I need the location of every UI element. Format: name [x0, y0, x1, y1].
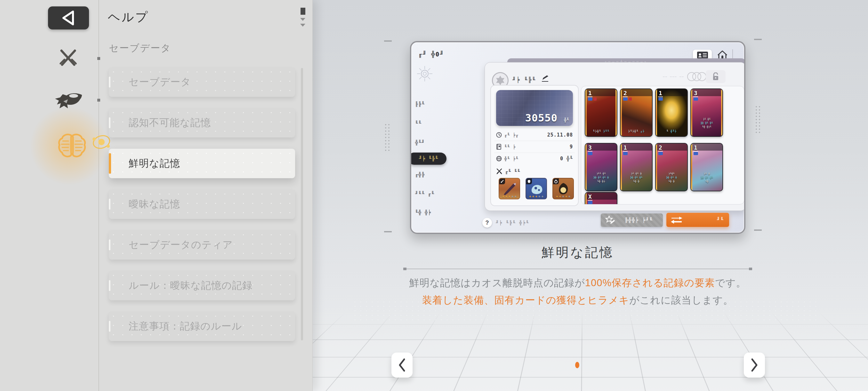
card-chips: [623, 152, 628, 155]
upgrade-stars: +++++: [500, 195, 519, 198]
corner-dash: [384, 40, 392, 42]
ring-icon: [698, 72, 706, 81]
info-label: ╙╙ ╞: [504, 144, 516, 149]
help-menu-item[interactable]: 注意事項：記録のルール: [109, 311, 295, 341]
screenshot-rename-button: ╠╬╬╞ ╞╜╙: [601, 214, 663, 227]
help-menu-list: セーブデータ認知不可能な記憶鮮明な記憶曖昧な記憶セーブデータのティアルール：曖昧…: [109, 67, 295, 352]
page-indicator-dot: [575, 362, 579, 368]
info-row: ╓╙ ╞╓25.11.08: [494, 129, 575, 141]
content-heading: 鮮明な記憶: [410, 244, 745, 261]
profile-box: 30550 ╬╙ ╓╙ ╞╓25.11.08╙╙ ╞9╬╙ ╞╙0 ╬╙ ╓╙ …: [490, 85, 579, 206]
memory-card: 1╞╙ ╬╠╬ ╬╙ ╬╙╙╬: [690, 143, 723, 191]
transfer-arrows-icon: [671, 216, 682, 224]
brain-icon[interactable]: [58, 133, 86, 160]
memory-card: 3╞╙ ╬╙╠╬ ╬╙ ╬╙╙╬ ╬╞╙: [690, 88, 723, 137]
card-edge: [616, 89, 617, 136]
points-unit: ╬╙: [564, 118, 569, 122]
memory-card: 2╞╙╬╙╠╬ ╬╙ ╬╙╬ ╬: [655, 143, 688, 191]
item-label: 注意事項：記録のルール: [109, 311, 295, 341]
card-edge: [656, 89, 657, 136]
item-label: 曖昧な記憶: [109, 189, 295, 219]
globe-icon: [496, 156, 502, 162]
equipment-tile-consumable: +++++: [552, 178, 574, 199]
help-caption: ╜╞ ╙╠╙ ╬╞╙: [496, 220, 529, 225]
help-menu-item[interactable]: 曖昧な記憶: [109, 189, 295, 219]
description-segment: 装着した装備、固有カードの獲得とヒラメキ: [422, 295, 629, 306]
item-label: ルール：曖昧な記憶の記録: [109, 271, 295, 300]
save-data-panel: ╜╞ ╙╠╙ ── ─── ── 30550 ╬╙ ╓╙: [485, 62, 745, 211]
back-button[interactable]: [48, 6, 89, 29]
item-accent-bar: [109, 280, 111, 291]
item-label: 鮮明な記憶: [109, 149, 295, 178]
item-art: [502, 183, 517, 196]
card-count: 1: [588, 90, 592, 97]
card-caption: ╙╞╬╙ ╞╙╙: [585, 130, 617, 133]
question-icon: ?: [482, 218, 492, 227]
item-accent-bar: [109, 240, 111, 250]
upgrade-stars: +++++: [554, 195, 572, 198]
description-line2: 装着した装備、固有カードの獲得とヒラメキがこれに該当します。: [378, 291, 777, 309]
card-text-block: ╞╙ ╬╙╠╬ ╬╙ ╬╙╙╬ ╬╞╙: [691, 118, 722, 129]
help-menu-item[interactable]: セーブデータのティア: [109, 230, 295, 260]
help-menu-item[interactable]: 認知不可能な記憶: [109, 108, 295, 138]
screenshot-nav-item-selected: ╜╞ ╙╠╙: [410, 152, 446, 165]
item-accent-bar: [109, 77, 111, 87]
book-icon: [496, 144, 502, 150]
help-panel: ヘルプ セーブデータ セーブデータ認知不可能な記憶鮮明な記憶曖昧な記憶セーブデー…: [0, 0, 313, 391]
card-chips: [588, 201, 592, 204]
game-screenshot: ╓╜ ╬0╜ ╟╠╙╙╙╬╙╜╜╞ ╙╠╙╓╬╠╜╙╙ ╓╙╙╬ ╬╞: [410, 41, 745, 234]
memory-card: 1╞╙ ╬╙ ╬╠╬ ╬╙ ╬╙╙╬ ╬: [620, 143, 653, 191]
card-text-block: ╞╙╙ ╬╙╠╬ ╬╙ ╬╙ ╬╙╬ ╬╞: [585, 172, 617, 184]
help-menu-item-selected[interactable]: 鮮明な記憶: [109, 149, 295, 178]
card-count: 2: [623, 90, 628, 97]
info-label: ╬╙ ╞╙: [504, 157, 519, 161]
type-chip-icon: [593, 97, 597, 101]
type-chip-icon: [629, 97, 632, 101]
card-caption: ╙ ╬╙╞: [656, 130, 687, 133]
prev-page-button[interactable]: [392, 353, 412, 378]
equipment-tile-armor: +++++: [526, 178, 547, 199]
clock-icon: [496, 132, 502, 138]
info-row: ╬╙ ╞╙0 ╬╙: [494, 153, 575, 164]
edit-pencil-icon: [542, 75, 548, 82]
upgrade-stars: +++++: [527, 195, 546, 198]
next-page-button[interactable]: [744, 353, 765, 378]
cost-chip-icon: [658, 97, 663, 101]
info-value: 25.11.08: [547, 132, 573, 138]
card-edge: [585, 89, 587, 136]
card-count: 3: [693, 90, 698, 97]
item-accent-bar: [109, 117, 111, 128]
card-text-block: ╞╙ ╬╠╬ ╬╙ ╬╙╙╬: [691, 172, 722, 184]
item-accent-bar: [109, 199, 111, 210]
swords-icon: [496, 168, 502, 175]
card-count: 2: [658, 144, 663, 151]
card-caption: ╞╙╞╬╙ ╓╞: [621, 130, 652, 133]
cost-chip-icon: [693, 152, 698, 155]
header-hint-text: ── ─── ──: [663, 75, 684, 79]
card-chips: [588, 97, 597, 101]
cost-chip-icon: [658, 152, 663, 155]
transfer-label: ╜╙: [717, 217, 724, 223]
consumable-badge-icon: [553, 178, 559, 184]
section-label: セーブデータ: [109, 42, 171, 55]
back-triangle-icon: [59, 9, 78, 26]
heading-divider: [404, 269, 751, 269]
help-menu-item[interactable]: ルール：曖昧な記憶の記録: [109, 271, 295, 300]
description-line1: 鮮明な記憶はカオス離脱時点の記録が100%保存される記録の要素です。: [378, 274, 777, 291]
corner-dash: [754, 229, 762, 231]
dot-block: [384, 123, 391, 152]
battle-swords-icon[interactable]: [58, 49, 78, 68]
menu-scrollbar[interactable]: [301, 68, 303, 340]
memory-card: 2╞╙╞╬╙ ╓╞: [620, 88, 653, 137]
card-chips: [588, 152, 592, 155]
card-text-block: ╞╙╬╙╠╬ ╬╙ ╬╙╬ ╬: [656, 172, 687, 184]
equipment-header: ╓╙ ╙╙: [496, 168, 520, 175]
armor-badge-icon: [526, 178, 532, 184]
card-chips: [658, 152, 663, 155]
memory-card: 3╞╙╙ ╬╙╠╬ ╬╙ ╬╙ ╬╙╬ ╬╞: [585, 143, 617, 191]
chevron-down-icon: [300, 18, 305, 21]
card-count: 3: [588, 144, 592, 151]
help-menu-item[interactable]: セーブデータ: [109, 67, 295, 97]
info-value: 9: [570, 144, 573, 150]
scroll-indicator-box: [301, 8, 305, 15]
